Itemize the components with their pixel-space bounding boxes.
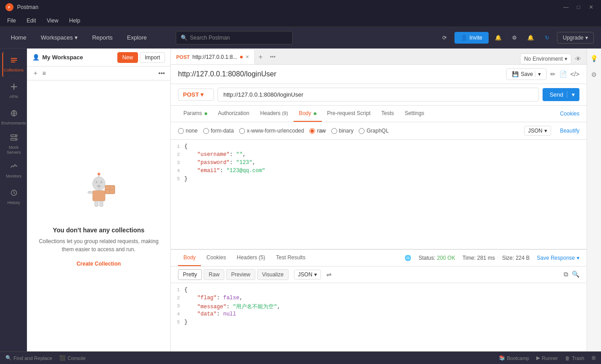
- sidebar-item-mock-servers[interactable]: Mock Servers: [2, 132, 25, 156]
- tab-authorization[interactable]: Authorization: [213, 106, 255, 122]
- tab-tests[interactable]: Tests: [376, 106, 399, 122]
- statusbar-expand[interactable]: ⊞: [592, 355, 596, 361]
- statusbar-trash[interactable]: 🗑 Trash: [565, 355, 584, 361]
- statusbar-console[interactable]: ⬛ Console: [59, 355, 85, 361]
- code-icon[interactable]: </>: [570, 71, 579, 78]
- cookies-link[interactable]: Cookies: [560, 106, 579, 121]
- request-tabs: Params Authorization Headers (9) Body Pr…: [171, 106, 587, 122]
- copy-icon[interactable]: ⧉: [564, 271, 568, 278]
- import-button[interactable]: Import: [140, 52, 165, 63]
- request-body-editor[interactable]: 1 { 2 "username": "", 3 "password": "123…: [171, 140, 587, 249]
- resp-tab-body[interactable]: Body: [178, 250, 201, 266]
- tab-bar: POST http://127.0.0.1:8... ✕ + ••• No En…: [171, 49, 587, 65]
- left-panel-header: 👤 My Workspace New Import: [27, 49, 170, 67]
- maximize-button[interactable]: □: [574, 3, 583, 12]
- resp-body-tab-preview[interactable]: Preview: [226, 269, 255, 280]
- close-button[interactable]: ✕: [587, 3, 596, 12]
- resp-code-line-1: 1 {: [171, 287, 587, 295]
- nav-home[interactable]: Home: [7, 31, 30, 44]
- code-line-3: 3 "password": "123",: [171, 160, 587, 168]
- nav-reports[interactable]: Reports: [89, 31, 116, 44]
- resp-body-tab-visualize[interactable]: Visualize: [257, 269, 289, 280]
- svg-point-14: [96, 181, 97, 182]
- menu-file[interactable]: File: [5, 17, 18, 25]
- add-icon[interactable]: ＋: [32, 69, 39, 77]
- save-button[interactable]: 💾 Save ▾: [506, 68, 546, 80]
- more-tabs-button[interactable]: •••: [266, 50, 279, 64]
- sidebar-item-environments[interactable]: Environments: [2, 105, 25, 130]
- new-tab-button[interactable]: +: [255, 50, 266, 64]
- search-resp-icon[interactable]: 🔍: [572, 271, 579, 278]
- body-opt-none[interactable]: none: [178, 128, 198, 134]
- resp-tab-cookies[interactable]: Cookies: [201, 250, 231, 266]
- tab-settings[interactable]: Settings: [399, 106, 429, 122]
- tab-body[interactable]: Body: [294, 106, 322, 122]
- resp-tab-headers[interactable]: Headers (5): [231, 250, 271, 266]
- app-title: Postman: [17, 4, 38, 10]
- code-line-2: 2 "username": "",: [171, 151, 587, 160]
- eye-icon[interactable]: 👁: [575, 55, 581, 62]
- sync-icon[interactable]: ⟳: [438, 31, 451, 44]
- method-select[interactable]: POST ▾: [178, 89, 214, 101]
- body-opt-form-data[interactable]: form-data: [203, 128, 234, 134]
- response-body-editor[interactable]: 1 { 2 "flag": false, 3 "message": "用户名不能…: [171, 283, 587, 352]
- invite-button[interactable]: 👤 Invite: [454, 32, 489, 44]
- more-icon[interactable]: •••: [158, 70, 165, 77]
- resp-body-tab-pretty[interactable]: Pretty: [178, 269, 202, 280]
- sidebar-item-apis[interactable]: APIs: [2, 79, 25, 103]
- code-line-1: 1 {: [171, 143, 587, 151]
- right-icon-1[interactable]: 💡: [588, 52, 601, 65]
- settings-icon[interactable]: ⚙: [508, 31, 521, 44]
- request-tab[interactable]: POST http://127.0.0.1:8... ✕: [171, 50, 255, 64]
- trash-icon: 🗑: [565, 355, 570, 361]
- tab-headers[interactable]: Headers (9): [255, 106, 294, 122]
- minimize-button[interactable]: —: [561, 3, 570, 12]
- send-button[interactable]: Send ▾: [543, 88, 579, 101]
- filter-icon[interactable]: ≡: [42, 70, 46, 77]
- resp-tab-test-results[interactable]: Test Results: [271, 250, 311, 266]
- tab-params[interactable]: Params: [178, 106, 213, 122]
- statusbar-runner[interactable]: ▶ Runner: [536, 355, 558, 361]
- tab-url: http://127.0.0.1:8...: [192, 54, 237, 60]
- statusbar-bootcamp[interactable]: 📚 Bootcamp: [499, 355, 530, 361]
- tab-pre-request-script[interactable]: Pre-request Script: [322, 106, 376, 122]
- params-dot: [205, 112, 207, 115]
- bell-icon[interactable]: 🔔: [525, 31, 537, 44]
- create-collection-link[interactable]: Create Collection: [76, 261, 121, 267]
- url-input[interactable]: [218, 88, 539, 102]
- sidebar-item-collections[interactable]: Collections: [2, 52, 25, 77]
- sidebar-item-label: Environments: [1, 121, 26, 126]
- menu-help[interactable]: Help: [67, 17, 82, 25]
- edit-icon[interactable]: ✏: [550, 71, 556, 78]
- tab-close-button[interactable]: ✕: [245, 54, 249, 59]
- menu-edit[interactable]: Edit: [25, 17, 38, 25]
- body-opt-graphql[interactable]: GraphQL: [359, 128, 388, 134]
- docs-icon[interactable]: 📄: [559, 71, 567, 78]
- env-dropdown[interactable]: No Environment ▾: [520, 53, 571, 64]
- body-opt-raw[interactable]: raw: [309, 128, 325, 134]
- beautify-button[interactable]: Beautify: [560, 128, 579, 134]
- notification-icon[interactable]: 🔔: [492, 31, 505, 44]
- body-opt-binary[interactable]: binary: [331, 128, 354, 134]
- resp-json-format-selector[interactable]: JSON ▾: [294, 270, 321, 280]
- send-dropdown-arrow[interactable]: ▾: [567, 91, 579, 98]
- upgrade-button[interactable]: Upgrade ▾: [557, 32, 594, 44]
- wrap-icon[interactable]: ⇌: [326, 271, 332, 278]
- right-icon-2[interactable]: ⚙: [588, 68, 601, 81]
- body-opt-urlencoded[interactable]: x-www-form-urlencoded: [239, 128, 304, 134]
- sidebar-item-history[interactable]: History: [2, 185, 25, 209]
- nav-workspaces[interactable]: Workspaces ▾: [37, 31, 81, 44]
- nav-explore[interactable]: Explore: [124, 31, 151, 44]
- json-format-selector[interactable]: JSON ▾: [524, 126, 551, 136]
- new-button[interactable]: New: [117, 52, 138, 63]
- sidebar-item-label: History: [7, 200, 20, 205]
- menu-view[interactable]: View: [45, 17, 60, 25]
- save-dropdown-arrow[interactable]: ▾: [535, 71, 541, 77]
- resp-body-tab-raw[interactable]: Raw: [204, 269, 224, 280]
- search-bar[interactable]: 🔍 Search Postman: [176, 31, 293, 44]
- sidebar-item-monitors[interactable]: Monitors: [2, 158, 25, 183]
- save-response-button[interactable]: Save Response ▾: [537, 255, 579, 261]
- sync-status-icon[interactable]: ↻: [541, 31, 553, 44]
- statusbar-find-replace[interactable]: 🔍 Find and Replace: [5, 355, 52, 361]
- size-text: Size: 224 B: [502, 255, 530, 261]
